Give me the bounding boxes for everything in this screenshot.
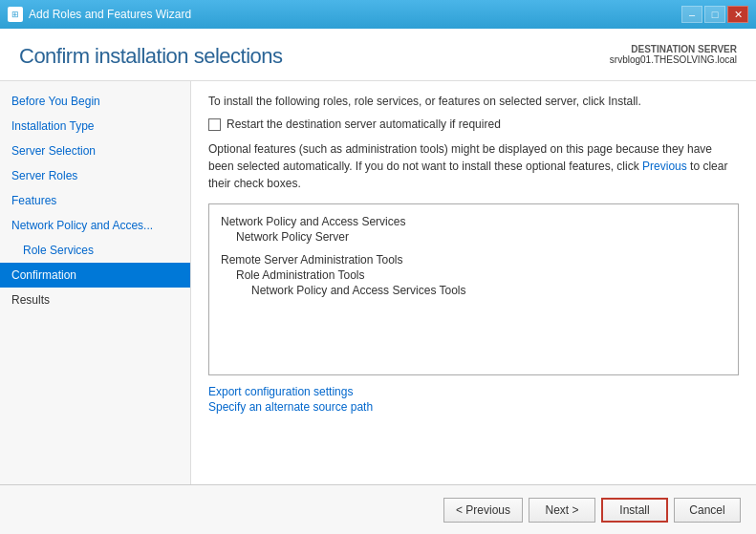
app-icon: ⊞ bbox=[8, 7, 23, 22]
next-button[interactable]: Next > bbox=[529, 498, 595, 523]
previous-button[interactable]: < Previous bbox=[443, 498, 523, 523]
destination-server-info: DESTINATION SERVER srvblog01.THESOLVING.… bbox=[610, 44, 737, 65]
restart-checkbox-label: Restart the destination server automatic… bbox=[227, 117, 501, 131]
wizard-container: Confirm installation selections DESTINAT… bbox=[0, 29, 756, 534]
sidebar-item-results: Results bbox=[0, 288, 190, 312]
sel-item-2: Remote Server Administration Tools bbox=[221, 252, 726, 267]
restart-checkbox-row: Restart the destination server automatic… bbox=[208, 117, 739, 131]
previous-link[interactable]: Previous bbox=[642, 160, 687, 173]
sel-item-3: Role Administration Tools bbox=[221, 267, 726, 283]
wizard-body: Before You Begin Installation Type Serve… bbox=[0, 81, 756, 484]
sidebar-item-before-you-begin[interactable]: Before You Begin bbox=[0, 89, 190, 114]
export-links: Export configuration settings Specify an… bbox=[208, 385, 739, 414]
content-area: To install the following roles, role ser… bbox=[191, 81, 756, 484]
minimize-button[interactable]: – bbox=[681, 6, 702, 23]
sidebar-item-features[interactable]: Features bbox=[0, 188, 190, 213]
destination-label: DESTINATION SERVER bbox=[610, 44, 737, 54]
sidebar-item-server-selection[interactable]: Server Selection bbox=[0, 139, 190, 163]
optional-note: Optional features (such as administratio… bbox=[208, 140, 739, 192]
export-config-link[interactable]: Export configuration settings bbox=[208, 385, 353, 398]
sel-item-1: Network Policy Server bbox=[221, 229, 726, 245]
page-title: Confirm installation selections bbox=[19, 44, 283, 69]
sel-item-4: Network Policy and Access Services Tools bbox=[221, 283, 726, 298]
wizard-footer: < Previous Next > Install Cancel bbox=[0, 484, 756, 534]
sidebar-item-confirmation[interactable]: Confirmation bbox=[0, 263, 190, 288]
maximize-button[interactable]: □ bbox=[704, 6, 725, 23]
close-button[interactable]: ✕ bbox=[727, 6, 748, 23]
alternate-source-link[interactable]: Specify an alternate source path bbox=[208, 400, 373, 414]
sidebar-item-installation-type[interactable]: Installation Type bbox=[0, 114, 190, 139]
window-controls: – □ ✕ bbox=[681, 6, 748, 23]
destination-server-name: srvblog01.THESOLVING.local bbox=[610, 54, 737, 65]
sel-item-0: Network Policy and Access Services bbox=[221, 214, 726, 229]
intro-text: To install the following roles, role ser… bbox=[208, 95, 739, 108]
sidebar: Before You Begin Installation Type Serve… bbox=[0, 81, 191, 484]
title-bar: ⊞ Add Roles and Features Wizard – □ ✕ bbox=[0, 0, 756, 29]
title-bar-left: ⊞ Add Roles and Features Wizard bbox=[8, 7, 191, 22]
sidebar-item-role-services[interactable]: Role Services bbox=[0, 238, 190, 263]
wizard-header: Confirm installation selections DESTINAT… bbox=[0, 29, 756, 81]
cancel-button[interactable]: Cancel bbox=[674, 498, 741, 523]
sidebar-item-server-roles[interactable]: Server Roles bbox=[0, 163, 190, 188]
restart-checkbox[interactable] bbox=[208, 118, 221, 131]
selection-box: Network Policy and Access Services Netwo… bbox=[208, 203, 739, 375]
window-title: Add Roles and Features Wizard bbox=[29, 8, 191, 21]
sidebar-item-network-policy[interactable]: Network Policy and Acces... bbox=[0, 213, 190, 238]
install-button[interactable]: Install bbox=[601, 498, 668, 523]
